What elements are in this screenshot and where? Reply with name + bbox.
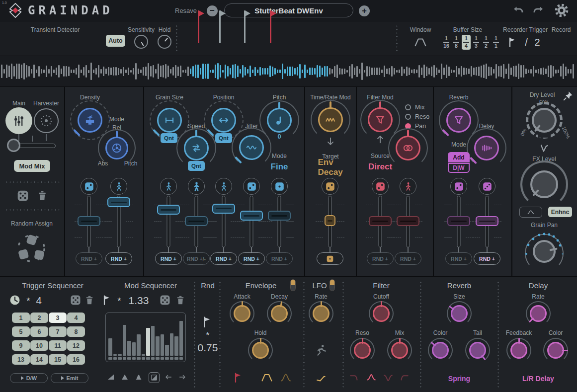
- target-value[interactable]: Env Decay: [318, 157, 343, 177]
- mod-bar[interactable]: [142, 354, 146, 356]
- slider-handle[interactable]: [240, 211, 263, 221]
- preset-minus-button[interactable]: −: [207, 5, 218, 16]
- rnd-button[interactable]: RND +: [266, 252, 293, 265]
- dice2-icon[interactable]: [322, 178, 338, 195]
- bandpass-icon[interactable]: [365, 372, 378, 383]
- delay-send-knob[interactable]: [474, 136, 499, 160]
- ramp-shape-icon[interactable]: [106, 373, 116, 383]
- person-icon[interactable]: [160, 178, 177, 195]
- step-button-10[interactable]: 10: [30, 340, 48, 351]
- mod-sequence-chart[interactable]: [105, 313, 186, 362]
- slider-handle[interactable]: [397, 216, 419, 226]
- mod-bar[interactable]: [156, 336, 160, 356]
- mod-bar[interactable]: [161, 334, 165, 356]
- trash-icon[interactable]: [84, 295, 95, 306]
- slider-handle[interactable]: [107, 197, 130, 207]
- step-button-8[interactable]: 8: [67, 326, 85, 337]
- main-source-button[interactable]: [5, 107, 32, 134]
- mod-bar[interactable]: [179, 321, 183, 356]
- mod-bar[interactable]: [113, 354, 117, 356]
- filter-mod-knob[interactable]: [368, 107, 393, 132]
- mod-bar[interactable]: [165, 345, 169, 356]
- rnd-button[interactable]: RND +: [238, 252, 265, 265]
- main-waveform[interactable]: [0, 56, 577, 86]
- rnd-button[interactable]: RND +: [76, 252, 102, 265]
- rnd-button[interactable]: RND +: [210, 252, 237, 265]
- jitter-knob[interactable]: [239, 135, 264, 160]
- undo-icon[interactable]: [511, 4, 525, 16]
- step-button-6[interactable]: 6: [30, 326, 48, 337]
- pitch-value[interactable]: 0: [277, 133, 281, 140]
- enhancer-shape-button[interactable]: [519, 207, 542, 218]
- person-icon[interactable]: [110, 178, 127, 195]
- person-filled-icon[interactable]: [188, 178, 205, 195]
- speed-qnt-button[interactable]: Qnt: [188, 161, 205, 171]
- slider-track[interactable]: [250, 196, 253, 247]
- step-button-3[interactable]: 3: [49, 313, 67, 323]
- trigger-rate-value[interactable]: 4: [36, 295, 42, 307]
- buffer-option-1-2[interactable]: 12: [482, 35, 491, 50]
- pitch-mode-value[interactable]: Fine: [271, 162, 288, 172]
- enhnc-button[interactable]: Enhnc: [548, 207, 572, 217]
- dice2-icon[interactable]: [81, 178, 97, 195]
- sensitivity-knob[interactable]: [134, 35, 148, 49]
- randomize-dice-icon[interactable]: [70, 294, 82, 306]
- slider-handle[interactable]: [369, 216, 392, 226]
- trash-icon[interactable]: [175, 295, 186, 306]
- dice2-icon[interactable]: [243, 178, 260, 195]
- flag-icon[interactable]: [101, 294, 113, 306]
- density-mode-knob[interactable]: [105, 137, 128, 159]
- fx-level-knob[interactable]: [530, 170, 558, 198]
- highpass-icon[interactable]: [398, 372, 411, 383]
- mod-bar[interactable]: [170, 333, 174, 356]
- slider-handle[interactable]: [185, 216, 208, 226]
- window-shape-icon[interactable]: [411, 36, 430, 49]
- pin-icon[interactable]: [563, 90, 574, 101]
- rnd-button[interactable]: RND +: [445, 252, 472, 265]
- step-button-1[interactable]: 1: [12, 313, 30, 323]
- randomize-dice-icon[interactable]: [16, 189, 29, 202]
- dice3-icon[interactable]: [479, 178, 495, 195]
- rnd-button[interactable]: RND +: [367, 252, 394, 265]
- grain-pan-knob[interactable]: [533, 240, 556, 263]
- tail-knob[interactable]: [469, 342, 486, 359]
- size-knob[interactable]: [451, 305, 468, 322]
- reso-knob[interactable]: [354, 342, 371, 359]
- reverb-send-knob[interactable]: [446, 108, 471, 133]
- mod-bar[interactable]: [174, 336, 178, 356]
- dw-play-button[interactable]: D/W: [10, 373, 48, 383]
- rnd-button[interactable]: RND +/-: [183, 252, 210, 265]
- envelope-toggle[interactable]: [290, 279, 296, 291]
- shift-left-icon[interactable]: [164, 373, 174, 382]
- dry-level-knob[interactable]: [532, 108, 557, 133]
- resave-button[interactable]: Resave: [175, 7, 197, 14]
- reverb-mode-value[interactable]: Spring: [448, 375, 470, 383]
- feedback-knob[interactable]: [510, 342, 527, 359]
- slider-handle[interactable]: [476, 216, 498, 226]
- mod-bar[interactable]: [123, 325, 127, 356]
- step-button-14[interactable]: 14: [30, 354, 48, 365]
- dice2-icon[interactable]: [450, 178, 467, 195]
- slider-handle[interactable]: [78, 216, 100, 226]
- transient-flag-icon[interactable]: [219, 10, 227, 43]
- time-rate-knob[interactable]: [318, 107, 343, 132]
- transient-flag-icon[interactable]: [198, 10, 206, 43]
- slider-track[interactable]: [278, 196, 281, 247]
- harvester-source-button[interactable]: [34, 108, 59, 133]
- delay-mode-value[interactable]: L/R Delay: [522, 375, 554, 383]
- buffer-option-1-16[interactable]: 116: [442, 35, 451, 50]
- step-button-4[interactable]: 4: [67, 313, 85, 323]
- position-knob[interactable]: [211, 108, 236, 133]
- speed-knob[interactable]: [184, 136, 209, 160]
- emit-play-button[interactable]: Emit: [51, 373, 88, 383]
- person-icon[interactable]: [215, 178, 232, 195]
- auto-button[interactable]: Auto: [106, 35, 125, 47]
- buffer-option-1-4[interactable]: 14: [462, 35, 471, 50]
- position-qnt-button[interactable]: Qnt: [215, 133, 232, 143]
- buffer-option-1-3[interactable]: 13: [472, 35, 481, 50]
- buffer-option-1-1[interactable]: 11: [492, 35, 500, 50]
- clock-icon[interactable]: [9, 294, 21, 306]
- hold-knob[interactable]: [252, 342, 269, 359]
- slider-handle[interactable]: [157, 205, 180, 215]
- step-button-9[interactable]: 9: [12, 340, 30, 351]
